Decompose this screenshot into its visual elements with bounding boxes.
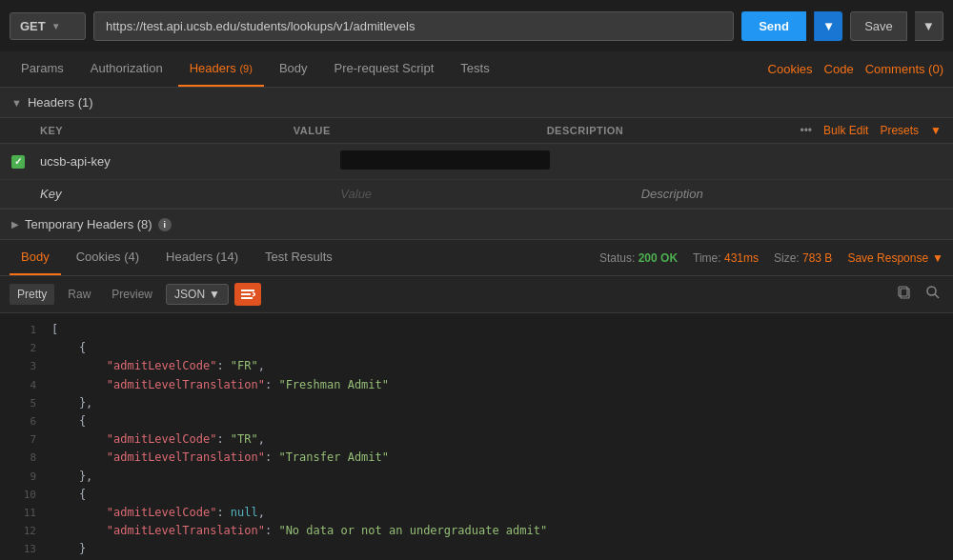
tab-body[interactable]: Body	[268, 51, 319, 87]
headers-section-title: Headers (1)	[28, 95, 93, 110]
status-value: 200 OK	[639, 251, 678, 265]
row1-checkbox[interactable]	[11, 155, 25, 169]
line-number: 8	[8, 449, 36, 467]
dots-icon[interactable]: •••	[800, 124, 812, 137]
presets-chevron-icon[interactable]: ▼	[930, 124, 942, 137]
line-number: 6	[8, 412, 36, 430]
info-icon[interactable]: i	[158, 218, 172, 231]
svg-rect-0	[241, 290, 254, 291]
format-dropdown[interactable]: JSON ▼	[166, 284, 229, 305]
response-tab-body[interactable]: Body	[10, 240, 61, 275]
headers-section-header: ▼ Headers (1)	[0, 88, 953, 118]
tab-prerequest[interactable]: Pre-request Script	[323, 51, 446, 87]
code-line: 5 },	[0, 394, 953, 412]
line-content: "admitLevelTranslation": "No data or not…	[51, 522, 547, 540]
save-button[interactable]: Save	[850, 11, 907, 41]
tab-authorization[interactable]: Authorization	[79, 51, 174, 87]
value-redacted	[340, 150, 550, 170]
time-label: Time: 431ms	[693, 251, 759, 265]
row1-key[interactable]: ucsb-api-key	[40, 154, 340, 169]
code-line: 4 "admitLevelTranslation": "Freshman Adm…	[0, 376, 953, 394]
comments-link[interactable]: Comments (0)	[865, 62, 943, 76]
line-number: 3	[8, 357, 36, 375]
row2-value-placeholder[interactable]: Value	[340, 187, 640, 201]
tab-headers[interactable]: Headers (9)	[178, 51, 264, 87]
code-line: 9 },	[0, 468, 953, 486]
svg-point-5	[927, 287, 936, 295]
format-tab-preview[interactable]: Preview	[104, 284, 160, 305]
row1-checkbox-col	[11, 155, 40, 169]
cookies-link[interactable]: Cookies	[768, 62, 813, 76]
code-line: 8 "admitLevelTranslation": "Transfer Adm…	[0, 449, 953, 467]
bulk-edit-button[interactable]: Bulk Edit	[823, 124, 868, 137]
line-content: },	[51, 468, 92, 486]
code-line: 12 "admitLevelTranslation": "No data or …	[0, 522, 953, 540]
table-row: ucsb-api-key	[0, 144, 953, 180]
tab-tests[interactable]: Tests	[449, 51, 500, 87]
line-content: [	[51, 321, 58, 339]
time-value: 431ms	[724, 251, 759, 265]
presets-button[interactable]: Presets	[880, 124, 919, 137]
save-dropdown-button[interactable]: ▼	[915, 11, 943, 41]
response-tab-headers[interactable]: Headers (14)	[154, 240, 250, 275]
svg-line-6	[935, 294, 939, 298]
code-link[interactable]: Code	[824, 62, 854, 76]
save-response-button[interactable]: Save Response ▼	[847, 251, 943, 265]
code-line: 2 {	[0, 339, 953, 357]
top-bar: GET ▼ Send ▼ Save ▼	[0, 0, 953, 51]
tab-bar-right: Cookies Code Comments (0)	[768, 62, 943, 76]
line-number: 9	[8, 468, 36, 486]
code-line: 1[	[0, 321, 953, 339]
code-line: 13 }	[0, 540, 953, 558]
main-content: Params Authorization Headers (9) Body Pr…	[0, 51, 953, 560]
table-actions: ••• Bulk Edit Presets ▼	[800, 124, 942, 137]
format-tab-pretty[interactable]: Pretty	[10, 284, 54, 305]
line-content: {	[51, 412, 86, 430]
line-number: 7	[8, 430, 36, 449]
row2-description-placeholder[interactable]: Description	[641, 187, 942, 201]
line-content: }	[51, 540, 86, 558]
row2-key-placeholder[interactable]: Key	[40, 187, 340, 201]
line-content: {	[51, 339, 86, 357]
method-label: GET	[20, 19, 46, 33]
method-chevron-icon: ▼	[51, 21, 61, 31]
line-content: "admitLevelCode": "FR",	[51, 357, 265, 375]
response-tab-cookies[interactable]: Cookies (4)	[65, 240, 151, 275]
format-tab-raw[interactable]: Raw	[60, 284, 98, 305]
format-bar: Pretty Raw Preview JSON ▼	[0, 276, 953, 313]
url-input[interactable]	[93, 11, 734, 41]
code-line: 7 "admitLevelCode": "TR",	[0, 430, 953, 449]
line-number: 11	[8, 504, 36, 522]
svg-rect-2	[241, 297, 253, 299]
line-content: {	[51, 486, 86, 504]
row1-value	[340, 150, 640, 172]
send-dropdown-button[interactable]: ▼	[814, 11, 842, 41]
method-selector[interactable]: GET ▼	[10, 12, 86, 40]
response-section: Body Cookies (4) Headers (14) Test Resul…	[0, 240, 953, 560]
line-number: 10	[8, 486, 36, 504]
send-button[interactable]: Send	[741, 11, 806, 41]
headers-toggle-icon[interactable]: ▼	[11, 97, 22, 109]
code-line: 3 "admitLevelCode": "FR",	[0, 357, 953, 375]
table-row: Key Value Description	[0, 180, 953, 209]
tab-params[interactable]: Params	[10, 51, 75, 87]
line-number: 1	[8, 321, 36, 339]
wrap-icon[interactable]	[234, 283, 261, 306]
search-icon[interactable]	[923, 282, 943, 307]
size-value: 783 B	[802, 251, 832, 265]
temp-headers-section: ▶ Temporary Headers (8) i	[0, 210, 953, 240]
line-number: 5	[8, 394, 36, 412]
code-line: 6 {	[0, 412, 953, 430]
response-tab-test-results[interactable]: Test Results	[253, 240, 344, 275]
size-label: Size: 783 B	[774, 251, 832, 265]
line-content: },	[51, 394, 92, 412]
line-number: 12	[8, 522, 36, 540]
temp-headers-toggle-icon[interactable]: ▶	[11, 219, 19, 230]
request-tab-bar: Params Authorization Headers (9) Body Pr…	[0, 51, 953, 88]
copy-icon[interactable]	[894, 282, 915, 307]
code-area[interactable]: 1[2 {3 "admitLevelCode": "FR",4 "admitLe…	[0, 313, 953, 560]
request-tabs: Params Authorization Headers (9) Body Pr…	[10, 51, 768, 87]
col-description: DESCRIPTION	[547, 125, 801, 136]
code-line: 11 "admitLevelCode": null,	[0, 504, 953, 522]
line-number: 2	[8, 339, 36, 357]
